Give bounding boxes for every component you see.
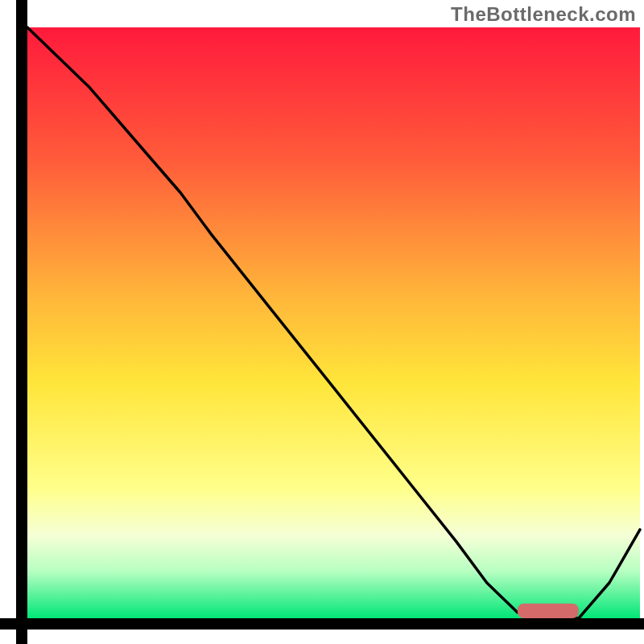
watermark-text: TheBottleneck.com: [451, 3, 636, 26]
optimum-band: [518, 604, 579, 618]
chart-canvas: [0, 0, 644, 644]
chart-stage: TheBottleneck.com: [0, 0, 644, 644]
plot-background: [27, 27, 640, 618]
